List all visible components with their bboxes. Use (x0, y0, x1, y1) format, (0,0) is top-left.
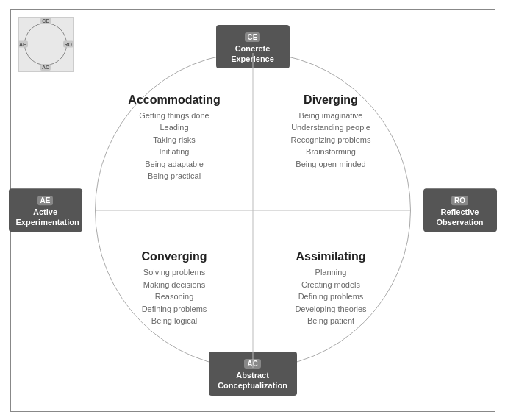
quadrant-assimilating: Assimilating Planning Creating models De… (267, 250, 395, 327)
ro-icon: RO (451, 196, 468, 205)
ae-title-line2: Experimentation (16, 217, 75, 227)
mini-label-ce: CE (40, 18, 51, 24)
converging-item-2: Making decisions (110, 279, 239, 291)
axis-ro: RO Reflective Observation (423, 188, 497, 232)
assimilating-title: Assimilating (267, 250, 395, 263)
diverging-item-5: Being open-minded (267, 158, 395, 171)
accommodating-item-1: Getting things done (110, 110, 239, 122)
diverging-item-3: Recognizing problems (267, 134, 395, 146)
quadrant-diverging: Diverging Being imaginative Understandin… (267, 93, 395, 171)
ac-title-line1: Abstract (216, 370, 290, 380)
converging-item-3: Reasoning (110, 291, 239, 303)
ce-title-line1: Concrete (223, 43, 282, 54)
accommodating-item-2: Leading (110, 121, 239, 134)
quadrant-converging: Converging Solving problems Making decis… (110, 250, 239, 327)
ro-title-line1: Reflective (431, 207, 490, 217)
accommodating-item-5: Being adaptable (110, 158, 239, 171)
mini-label-ae: AE (18, 41, 28, 48)
assimilating-item-4: Developing theories (267, 303, 395, 316)
assimilating-item-5: Being patient (267, 315, 395, 327)
axis-ae: AE Active Experimentation (9, 188, 82, 232)
converging-item-5: Being logical (110, 315, 239, 327)
converging-item-1: Solving problems (110, 266, 239, 279)
ac-icon: AC (244, 359, 260, 369)
converging-item-4: Defining problems (110, 303, 239, 316)
ae-icon: AE (37, 196, 54, 205)
axis-ac: AC Abstract Conceptualization (209, 352, 297, 396)
diverging-title: Diverging (267, 93, 395, 107)
accommodating-item-3: Taking risks (110, 134, 239, 146)
accommodating-title: Accommodating (110, 93, 239, 107)
converging-title: Converging (110, 250, 239, 263)
diverging-item-4: Brainstorming (267, 146, 395, 158)
mini-label-ac: AC (40, 64, 51, 71)
ac-title-line2: Conceptualization (216, 380, 290, 391)
ro-title-line2: Observation (431, 217, 490, 227)
mini-label-ro: RO (63, 41, 74, 48)
assimilating-item-1: Planning (267, 266, 395, 279)
diverging-item-1: Being imaginative (267, 110, 395, 122)
ce-icon: CE (245, 32, 261, 42)
mini-circle: CE AC AE RO (24, 23, 67, 65)
assimilating-item-3: Defining problems (267, 291, 395, 303)
mini-diagram: CE AC AE RO (18, 17, 74, 72)
main-container: CE AC AE RO Accommodating Getting things… (10, 9, 495, 412)
quadrant-accommodating: Accommodating Getting things done Leadin… (110, 93, 239, 182)
main-circle: Accommodating Getting things done Leadin… (95, 52, 411, 369)
ae-title-line1: Active (16, 207, 75, 217)
axis-ce: CE Concrete Experience (216, 25, 290, 69)
diverging-item-2: Understanding people (267, 121, 395, 134)
accommodating-item-4: Initiating (110, 146, 239, 158)
ce-title-line2: Experience (223, 54, 282, 64)
accommodating-item-6: Being practical (110, 170, 239, 182)
assimilating-item-2: Creating models (267, 279, 395, 291)
